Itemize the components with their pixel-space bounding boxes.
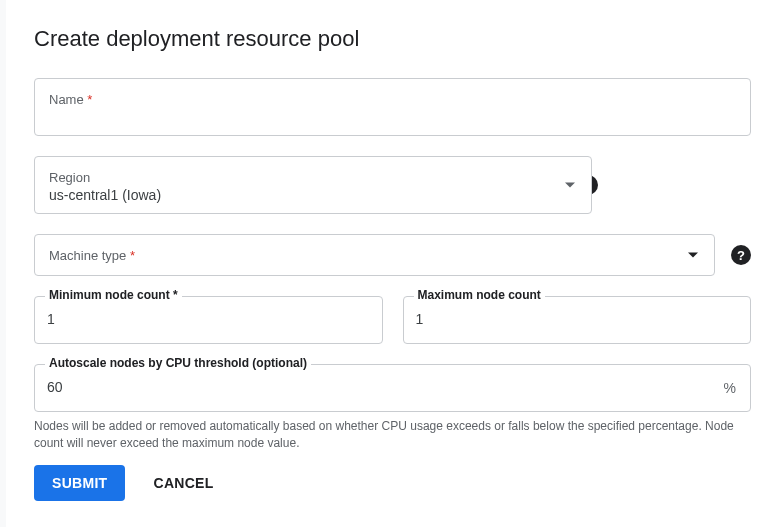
name-label: Name *	[49, 93, 736, 107]
max-nodes-input-container[interactable]: Maximum node count	[403, 296, 752, 344]
autoscale-input[interactable]	[47, 379, 680, 395]
min-nodes-input-container[interactable]: Minimum node count *	[34, 296, 383, 344]
min-nodes-input[interactable]	[47, 311, 370, 327]
region-select[interactable]: Region us-central1 (Iowa)	[34, 156, 592, 214]
help-icon[interactable]: ?	[731, 245, 751, 265]
autoscale-input-container[interactable]: Autoscale nodes by CPU threshold (option…	[34, 364, 751, 412]
machine-type-label: Machine type *	[49, 249, 674, 263]
node-count-row: Minimum node count * Maximum node count	[34, 296, 751, 344]
autoscale-field: Autoscale nodes by CPU threshold (option…	[34, 364, 751, 453]
footer-actions: SUBMIT CANCEL	[34, 465, 214, 501]
autoscale-note: Nodes will be added or removed automatic…	[34, 418, 751, 453]
min-nodes-label: Minimum node count *	[45, 288, 182, 302]
name-field-wrapper: Name *	[34, 78, 751, 136]
name-input-container[interactable]: Name *	[34, 78, 751, 136]
percent-suffix: %	[724, 380, 736, 396]
name-input[interactable]	[49, 109, 736, 125]
max-nodes-label: Maximum node count	[414, 288, 545, 302]
min-nodes-col: Minimum node count *	[34, 296, 383, 344]
region-label: Region	[49, 171, 551, 185]
submit-button[interactable]: SUBMIT	[34, 465, 125, 501]
max-nodes-input[interactable]	[416, 311, 739, 327]
machine-type-row: Machine type * ?	[34, 234, 751, 276]
background-hint	[0, 0, 5, 527]
machine-type-select[interactable]: Machine type *	[34, 234, 715, 276]
chevron-down-icon	[688, 253, 698, 258]
chevron-down-icon	[565, 183, 575, 188]
region-value: us-central1 (Iowa)	[49, 187, 161, 203]
create-deployment-resource-pool-panel: Create deployment resource pool Name * R…	[6, 0, 779, 527]
max-nodes-col: Maximum node count	[403, 296, 752, 344]
page-title: Create deployment resource pool	[34, 26, 751, 52]
autoscale-label: Autoscale nodes by CPU threshold (option…	[45, 356, 311, 370]
region-row: Region us-central1 (Iowa) ?	[34, 156, 751, 214]
cancel-button[interactable]: CANCEL	[153, 475, 213, 491]
